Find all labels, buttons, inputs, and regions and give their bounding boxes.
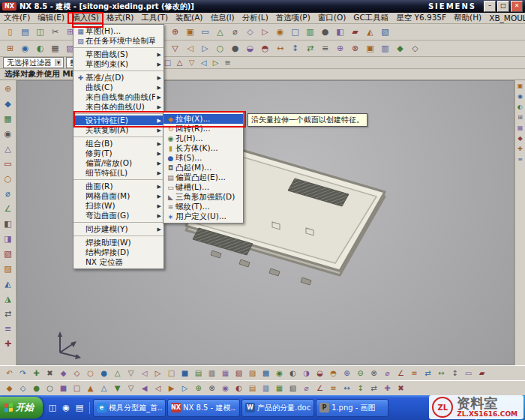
toolbar-icon[interactable]: ◐ bbox=[286, 367, 299, 380]
toolbar-icon[interactable]: ✖ bbox=[394, 382, 407, 394]
toolbar-icon[interactable]: ◀ bbox=[138, 382, 151, 394]
toolbar-icon[interactable]: □ bbox=[165, 367, 178, 380]
menu-bar-item[interactable]: 格式(R) bbox=[103, 13, 138, 23]
toolbar-icon[interactable]: ⊗ bbox=[368, 367, 380, 380]
toolbar-icon[interactable]: ▦ bbox=[48, 41, 62, 56]
toolbar-icon[interactable]: ⊗ bbox=[206, 382, 218, 394]
toolbar-icon[interactable]: ▰ bbox=[476, 367, 488, 380]
toolbar-icon[interactable]: ▽ bbox=[124, 367, 137, 380]
toolbar-icon[interactable]: ◑ bbox=[300, 367, 313, 380]
toolbar-icon[interactable]: ∠ bbox=[314, 382, 326, 394]
toolbar-icon[interactable]: ● bbox=[228, 41, 242, 56]
toolbar-icon[interactable]: ▩ bbox=[260, 367, 272, 380]
toolbar-icon[interactable]: ⌀ bbox=[381, 367, 394, 380]
toolbar-icon[interactable]: ✖ bbox=[44, 367, 56, 380]
toolbar-icon[interactable]: △ bbox=[111, 367, 124, 380]
toolbar-icon[interactable]: ⇄ bbox=[368, 382, 380, 394]
toolbar-icon[interactable]: ◫ bbox=[33, 25, 47, 39]
toolbar-icon[interactable]: ▽ bbox=[124, 382, 137, 394]
snap-toolbar-icon[interactable]: ◁ bbox=[198, 57, 209, 68]
insert-menu-item[interactable]: 来自体的曲线(U) ▶ bbox=[74, 102, 164, 114]
toolbar-icon[interactable]: ↔ bbox=[340, 382, 353, 394]
toolbar-icon[interactable]: ✚ bbox=[516, 145, 525, 154]
toolbar-icon[interactable]: ▭ bbox=[198, 25, 212, 39]
toolbar-icon[interactable]: ▦ bbox=[516, 124, 525, 133]
toolbar-icon[interactable]: ● bbox=[318, 25, 332, 39]
toolbar-icon[interactable]: ∠ bbox=[394, 367, 407, 380]
toolbar-icon[interactable]: ⊕ bbox=[1, 82, 15, 96]
menu-bar-item[interactable]: 信息(I) bbox=[206, 13, 238, 23]
toolbar-icon[interactable]: ▲ bbox=[84, 382, 97, 394]
insert-menu-item[interactable]: NX 定位器 bbox=[74, 257, 164, 267]
toolbar-icon[interactable]: ⇄ bbox=[1, 307, 15, 321]
toolbar-icon[interactable]: ◮ bbox=[1, 292, 15, 306]
toolbar-icon[interactable]: ◐ bbox=[516, 103, 525, 112]
toolbar-icon[interactable]: ⌀ bbox=[228, 25, 242, 39]
toolbar-icon[interactable]: ▤ bbox=[18, 25, 32, 39]
toolbar-icon[interactable]: ◁ bbox=[183, 41, 197, 56]
insert-menu-item[interactable]: 组合(B) ▶ bbox=[74, 139, 164, 148]
submenu-item[interactable]: ∗ 用户定义(U)... bbox=[164, 212, 243, 221]
toolbar-icon[interactable]: ◉ bbox=[18, 41, 32, 56]
toolbar-icon[interactable]: ✚ bbox=[30, 367, 43, 380]
insert-menu-item[interactable]: 曲面(R) ▶ bbox=[74, 182, 164, 191]
toolbar-icon[interactable]: ● bbox=[98, 367, 110, 380]
menu-bar-item[interactable]: 编辑(E) bbox=[34, 13, 68, 23]
toolbar-icon[interactable]: ⇄ bbox=[422, 367, 434, 380]
toolbar-icon[interactable]: ▷ bbox=[258, 25, 272, 39]
toolbar-icon[interactable]: ⊞ bbox=[3, 41, 17, 56]
taskbar-task-button[interactable]: P 1.png - 画图 bbox=[316, 399, 388, 417]
toolbar-icon[interactable]: ▷ bbox=[178, 382, 191, 394]
taskbar-task-button[interactable]: W 产品的分量.docx ... bbox=[242, 399, 314, 417]
toolbar-icon[interactable]: ⌀ bbox=[1, 187, 15, 201]
start-button[interactable]: 开始 bbox=[0, 397, 43, 418]
insert-menu-item[interactable]: 草图约束(K) ▶ bbox=[74, 59, 164, 71]
toolbar-icon[interactable]: ✚ bbox=[381, 382, 394, 394]
toolbar-icon[interactable]: ⊕ bbox=[333, 41, 347, 56]
toolbar-icon[interactable]: ◁ bbox=[152, 382, 164, 394]
insert-menu-item[interactable]: 草图曲线(S) ▶ bbox=[74, 50, 164, 59]
insert-menu-item[interactable]: 焊接助理(W) bbox=[74, 238, 164, 248]
toolbar-icon[interactable]: ◭ bbox=[1, 277, 15, 291]
toolbar-icon[interactable]: ∠ bbox=[1, 202, 15, 216]
toolbar-icon[interactable]: ⌀ bbox=[300, 382, 313, 394]
snap-toolbar-icon[interactable]: ▽ bbox=[186, 57, 197, 68]
toolbar-icon[interactable]: ▭ bbox=[462, 367, 475, 380]
toolbar-icon[interactable]: ◉ bbox=[273, 25, 287, 39]
toolbar-icon[interactable]: ▼ bbox=[111, 382, 124, 394]
menu-bar-item[interactable]: 星空 Y6.935F bbox=[392, 13, 450, 23]
toolbar-icon[interactable]: ○ bbox=[1, 172, 15, 186]
toolbar-icon[interactable]: ≡ bbox=[516, 155, 525, 164]
menu-bar-item[interactable]: 工具(T) bbox=[137, 13, 172, 23]
toolbar-icon[interactable]: △ bbox=[213, 25, 227, 39]
submenu-item[interactable]: ◉ 孔(H)... bbox=[164, 134, 243, 143]
toolbar-icon[interactable]: ▽ bbox=[168, 41, 182, 56]
submenu-item[interactable]: ▮ 长方体(K)... bbox=[164, 143, 243, 153]
toolbar-icon[interactable]: ⊗ bbox=[348, 41, 362, 56]
insert-menu-item[interactable]: ▧ 在任务环境中绘制草图(V)... bbox=[74, 36, 164, 48]
toolbar-icon[interactable]: ⊞ bbox=[516, 113, 525, 122]
toolbar-icon[interactable]: ▯ bbox=[3, 25, 17, 39]
toolbar-icon[interactable]: ▧ bbox=[286, 382, 299, 394]
toolbar-icon[interactable]: ↶ bbox=[3, 367, 16, 380]
toolbar-icon[interactable]: ◓ bbox=[327, 367, 340, 380]
toolbar-icon[interactable]: ▤ bbox=[192, 367, 205, 380]
toolbar-icon[interactable]: □ bbox=[70, 382, 83, 394]
toolbar-icon[interactable]: ◉ bbox=[1, 127, 15, 141]
toolbar-icon[interactable]: ↕ bbox=[448, 367, 461, 380]
toolbar-icon[interactable]: ▥ bbox=[378, 41, 392, 56]
toolbar-icon[interactable]: ↷ bbox=[16, 367, 29, 380]
toolbar-icon[interactable]: ▭ bbox=[1, 157, 15, 171]
toolbar-icon[interactable]: ↕ bbox=[288, 41, 302, 56]
toolbar-icon[interactable]: ◆ bbox=[1, 97, 15, 111]
submenu-item[interactable]: ◣ 三角形加强筋(D)... bbox=[164, 192, 243, 202]
toolbar-icon[interactable]: ▧ bbox=[1, 247, 15, 261]
toolbar-icon[interactable]: □ bbox=[288, 25, 302, 39]
toolbar-icon[interactable]: ◇ bbox=[16, 382, 29, 394]
toolbar-icon[interactable]: ○ bbox=[44, 382, 56, 394]
toolbar-icon[interactable]: ▨ bbox=[246, 367, 259, 380]
toolbar-icon[interactable]: ▨ bbox=[1, 262, 15, 276]
toolbar-icon[interactable]: ▶ bbox=[165, 382, 178, 394]
toolbar-icon[interactable]: ⇄ bbox=[303, 41, 317, 56]
submenu-item[interactable]: ◘ 凸起(M)... bbox=[164, 163, 243, 172]
